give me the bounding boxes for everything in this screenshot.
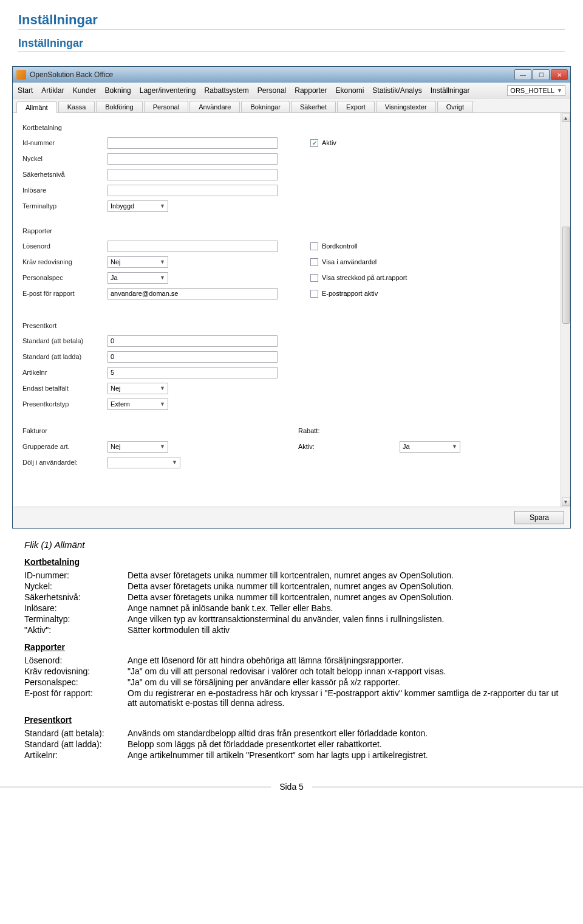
menu-rapporter[interactable]: Rapporter (295, 86, 327, 95)
label-rabatt: Rabatt: (298, 427, 319, 434)
definition-term: ID-nummer: (24, 570, 128, 580)
input-epost[interactable] (107, 288, 278, 299)
definition-term: Nyckel: (24, 581, 128, 591)
label-visa-anvandardel: Visa i användardel (322, 258, 377, 265)
tab-allmant[interactable]: Allmänt (16, 101, 57, 113)
label-std-ladda: Standard (att ladda) (22, 353, 107, 360)
context-select-value: ORS_HOTELL (510, 87, 554, 94)
checkbox-epostrapport-aktiv[interactable]: E-postrapport aktiv (310, 290, 378, 298)
chevron-down-icon: ▼ (557, 87, 562, 94)
input-artikelnr[interactable] (107, 367, 278, 378)
definition-row: Terminaltyp:Ange vilken typ av korttrans… (24, 614, 559, 624)
menu-ekonomi[interactable]: Ekonomi (336, 86, 364, 95)
tab-kassa[interactable]: Kassa (58, 101, 95, 112)
menu-rabattsystem[interactable]: Rabattsystem (205, 86, 249, 95)
tab-bokforing[interactable]: Bokföring (96, 101, 142, 112)
definition-row: Standard (att ladda):Belopp som läggs på… (24, 739, 559, 749)
label-sakerhetsniva: Säkerhetsnivå (22, 171, 107, 178)
chevron-down-icon: ▼ (160, 401, 165, 407)
input-losenord[interactable] (107, 241, 278, 252)
menu-bokning[interactable]: Bokning (104, 86, 131, 95)
tab-bokningar[interactable]: Bokningar (241, 101, 290, 112)
checkbox-visa-anvandardel[interactable]: Visa i användardel (310, 258, 377, 266)
dropdown-terminaltyp-value: Inbyggd (111, 202, 134, 210)
section-presentkort: Presentkort (22, 322, 561, 329)
definition-desc: Sätter kortmodulen till aktiv (128, 625, 559, 635)
scroll-thumb[interactable] (562, 227, 570, 324)
menu-lager[interactable]: Lager/inventering (140, 86, 196, 95)
tab-visningstexter[interactable]: Visningstexter (376, 101, 436, 112)
definition-term: Standard (att betala): (24, 728, 128, 738)
chevron-down-icon: ▼ (160, 259, 165, 265)
save-button[interactable]: Spara (514, 511, 564, 524)
tab-personal[interactable]: Personal (144, 101, 188, 112)
input-id-nummer[interactable] (107, 137, 278, 149)
explain-kortbetalning-title: Kortbetalning (24, 557, 559, 567)
dropdown-grupperade[interactable]: Nej ▼ (107, 441, 168, 453)
checkbox-aktiv[interactable]: ✔ Aktiv (310, 139, 336, 147)
doc-title: Inställningar (18, 12, 565, 30)
vertical-scrollbar[interactable]: ▲ ▼ (561, 113, 570, 507)
definition-desc: Används om standardbelopp alltid dras fr… (128, 728, 559, 738)
footer-rule-left (0, 787, 271, 787)
dropdown-endast-betalfalt[interactable]: Nej ▼ (107, 383, 168, 394)
dropdown-krav-redovisning-value: Nej (111, 258, 121, 265)
definition-row: Inlösare:Ange namnet på inlösande bank t… (24, 603, 559, 613)
label-personalspec: Personalspec (22, 274, 107, 281)
label-std-betala: Standard (att betala) (22, 337, 107, 344)
dropdown-presentkortstyp[interactable]: Extern ▼ (107, 399, 168, 410)
definition-desc: Ange artikelnummer till artikeln "Presen… (128, 750, 559, 760)
tab-export[interactable]: Export (337, 101, 375, 112)
tab-ovrigt[interactable]: Övrigt (437, 101, 473, 112)
scroll-up-icon[interactable]: ▲ (562, 114, 570, 122)
menu-personal[interactable]: Personal (257, 86, 286, 95)
checkbox-visa-streckkod[interactable]: Visa streckkod på art.rapport (310, 274, 407, 282)
dropdown-terminaltyp[interactable]: Inbyggd ▼ (107, 200, 168, 212)
definition-row: Nyckel:Detta avser företagets unika numm… (24, 581, 559, 591)
label-inlosare: Inlösare (22, 187, 107, 194)
scroll-down-icon[interactable]: ▼ (562, 498, 570, 506)
minimize-button[interactable]: — (514, 69, 531, 80)
footer-rule-right (312, 787, 583, 787)
input-inlosare[interactable] (107, 185, 278, 196)
doc-subtitle: Inställningar (18, 37, 565, 52)
definition-term: Säkerhetsnivå: (24, 592, 128, 602)
chevron-down-icon: ▼ (172, 459, 177, 465)
definition-row: Personalspec:"Ja" om du vill se försäljn… (24, 677, 559, 687)
label-nyckel: Nyckel (22, 155, 107, 162)
tab-sakerhet[interactable]: Säkerhet (291, 101, 336, 112)
definition-desc: "Ja" om du vill att personal redovisar i… (128, 666, 559, 676)
definition-row: "Aktiv":Sätter kortmodulen till aktiv (24, 625, 559, 635)
label-dolj: Dölj i användardel: (22, 459, 107, 466)
dropdown-fakturor-aktiv[interactable]: Ja ▼ (400, 441, 460, 453)
input-std-ladda[interactable] (107, 351, 278, 363)
menu-statistik[interactable]: Statistik/Analys (372, 86, 421, 95)
menu-artiklar[interactable]: Artiklar (41, 86, 64, 95)
menu-installningar[interactable]: Inställningar (431, 86, 470, 95)
definition-desc: Ange ett lösenord för att hindra obehöri… (128, 655, 559, 665)
input-std-betala[interactable] (107, 335, 278, 347)
definition-desc: Detta avser företagets unika nummer till… (128, 592, 559, 602)
chevron-down-icon: ▼ (452, 443, 457, 450)
close-button[interactable]: ✕ (551, 69, 568, 80)
input-sakerhetsniva[interactable] (107, 169, 278, 180)
label-grupperade: Grupperade art. (22, 443, 107, 450)
checkbox-icon (310, 290, 318, 298)
dropdown-personalspec[interactable]: Ja ▼ (107, 272, 168, 284)
label-terminaltyp: Terminaltyp (22, 202, 107, 210)
context-select[interactable]: ORS_HOTELL ▼ (507, 85, 565, 96)
dropdown-krav-redovisning[interactable]: Nej ▼ (107, 256, 168, 268)
label-epostrapport-aktiv: E-postrapport aktiv (322, 290, 378, 297)
menu-start[interactable]: Start (18, 86, 33, 95)
tab-anvandare[interactable]: Användare (189, 101, 240, 112)
maximize-button[interactable]: ☐ (533, 69, 550, 80)
flik-caption: Flik (1) Allmänt (24, 539, 559, 550)
definition-term: Kräv redovisning: (24, 666, 128, 676)
definition-row: Kräv redovisning:"Ja" om du vill att per… (24, 666, 559, 676)
subtabs: Allmänt Kassa Bokföring Personal Använda… (13, 98, 570, 113)
dropdown-dolj[interactable]: ▼ (107, 457, 180, 468)
input-nyckel[interactable] (107, 153, 278, 165)
definition-term: Personalspec: (24, 677, 128, 687)
checkbox-bordkontroll[interactable]: Bordkontroll (310, 242, 358, 250)
menu-kunder[interactable]: Kunder (73, 86, 97, 95)
